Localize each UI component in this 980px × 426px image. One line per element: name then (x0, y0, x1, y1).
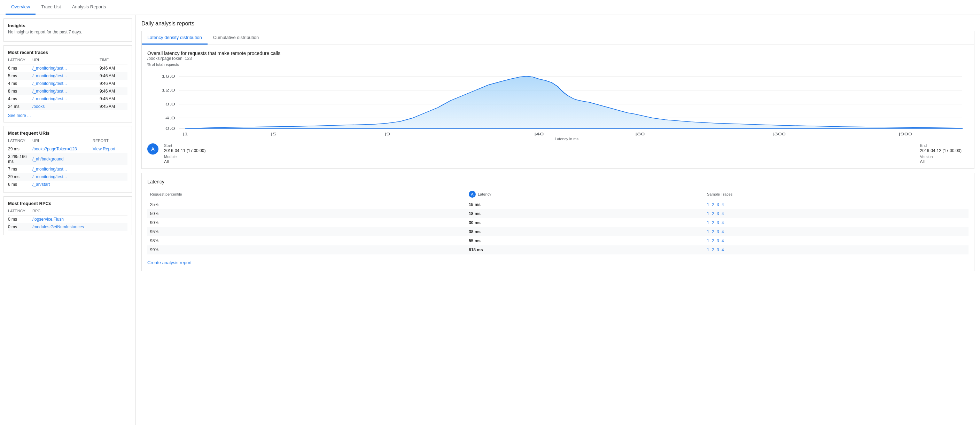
sample-link[interactable]: 4 (722, 202, 724, 207)
uri-link[interactable]: /_monitoring/test... (32, 81, 67, 86)
time-cell: 9:46 AM (100, 87, 127, 95)
latency-value-cell: 18 ms (466, 209, 704, 218)
frequent-uris-table: LATENCY URI REPORT 29 ms /books?pageToke… (8, 137, 127, 188)
percentile-cell: 98% (147, 236, 466, 245)
svg-text:|300: |300 (772, 132, 786, 136)
sample-link[interactable]: 4 (722, 238, 724, 243)
table-row: 3,285,166 ms /_ah/background (8, 153, 127, 165)
latency-cell: 29 ms (8, 145, 32, 153)
sample-link[interactable]: 2 (712, 220, 714, 225)
latency-value-cell: 38 ms (466, 227, 704, 236)
chart-header: Overall latency for requests that make r… (142, 45, 974, 69)
nav-trace-list[interactable]: Trace List (35, 0, 67, 14)
uri-link[interactable]: /books (32, 104, 45, 109)
uri-link[interactable]: /_ah/start (32, 182, 50, 187)
end-label: End (920, 143, 961, 148)
sample-link[interactable]: 2 (712, 202, 714, 207)
table-row: 90% 30 ms 1 2 3 4 (147, 218, 969, 227)
uri-link[interactable]: /_monitoring/test... (32, 96, 67, 101)
sample-link[interactable]: 1 (707, 220, 710, 225)
uri-link[interactable]: /_monitoring/test... (32, 167, 67, 172)
col-report-header: REPORT (93, 137, 127, 145)
latency-value-cell: 618 ms (466, 245, 704, 254)
sample-link[interactable]: 1 (707, 248, 710, 252)
rpc-link[interactable]: /modules.GetNumInstances (32, 224, 84, 229)
percentile-cell: 50% (147, 209, 466, 218)
uri-cell: /_monitoring/test... (32, 80, 100, 87)
uri-cell: /_monitoring/test... (32, 64, 100, 72)
col-latency-header2: LATENCY (8, 137, 32, 145)
tab-cumulative[interactable]: Cumulative distribution (208, 31, 265, 45)
sample-link[interactable]: 3 (717, 229, 719, 234)
time-cell: 9:45 AM (100, 103, 127, 110)
sample-link[interactable]: 4 (722, 248, 724, 252)
table-row: 29 ms /books?pageToken=123 View Report (8, 145, 127, 153)
info-right: End 2016-04-12 (17:00:00) Version All (920, 143, 969, 164)
time-cell: 9:46 AM (100, 80, 127, 87)
uri-link[interactable]: /_monitoring/test... (32, 73, 67, 78)
uri-link[interactable]: /_ah/background (32, 157, 64, 162)
col-latency-header3: LATENCY (8, 207, 32, 215)
table-row: 8 ms /_monitoring/test... 9:46 AM (8, 87, 127, 95)
sample-link[interactable]: 1 (707, 229, 710, 234)
uri-cell: /_monitoring/test... (32, 173, 93, 181)
most-frequent-rpcs-title: Most frequent RPCs (8, 201, 127, 206)
see-more-link[interactable]: See more ... (8, 113, 31, 118)
col-time-header: TIME (100, 56, 127, 64)
latency-cell: 4 ms (8, 80, 32, 87)
sample-link[interactable]: 3 (717, 211, 719, 216)
tab-latency-density[interactable]: Latency density distribution (142, 31, 208, 45)
info-left: Start 2016-04-11 (17:00:00) Module All (164, 143, 205, 164)
sample-link[interactable]: 4 (722, 211, 724, 216)
nav-overview[interactable]: Overview (6, 0, 35, 14)
latency-cell: 4 ms (8, 95, 32, 103)
sample-link[interactable]: 1 (707, 211, 710, 216)
sample-link[interactable]: 2 (712, 238, 714, 243)
latency-cell: 5 ms (8, 72, 32, 80)
rpc-link[interactable]: /logservice.Flush (32, 217, 64, 222)
x-axis-label: Latency in ms (147, 135, 969, 144)
sample-link[interactable]: 1 (707, 238, 710, 243)
sample-link[interactable]: 4 (722, 229, 724, 234)
sample-link[interactable]: 4 (722, 220, 724, 225)
table-row: 6 ms /_ah/start (8, 181, 127, 188)
col-uri-header: URI (32, 56, 100, 64)
time-cell: 9:46 AM (100, 64, 127, 72)
time-cell: 9:46 AM (100, 72, 127, 80)
sample-link[interactable]: 2 (712, 211, 714, 216)
view-report-link[interactable]: View Report (93, 146, 115, 151)
daily-analysis-title: Daily analysis reports (142, 21, 974, 27)
table-row: 99% 618 ms 1 2 3 4 (147, 245, 969, 254)
table-row: 6 ms /_monitoring/test... 9:46 AM (8, 64, 127, 72)
uri-link[interactable]: /books?pageToken=123 (32, 146, 77, 151)
samples-col-header: Sample Traces (704, 189, 969, 200)
sample-link[interactable]: 2 (712, 229, 714, 234)
percentile-cell: 99% (147, 245, 466, 254)
table-row: 29 ms /_monitoring/test... (8, 173, 127, 181)
sample-link[interactable]: 3 (717, 248, 719, 252)
table-row: 98% 55 ms 1 2 3 4 (147, 236, 969, 245)
uri-cell: /books (32, 103, 100, 110)
uri-link[interactable]: /_monitoring/test... (32, 89, 67, 94)
nav-analysis-reports[interactable]: Analysis Reports (67, 0, 112, 14)
table-row: 95% 38 ms 1 2 3 4 (147, 227, 969, 236)
insights-body: No insights to report for the past 7 day… (8, 30, 127, 35)
uri-cell: /_monitoring/test... (32, 95, 100, 103)
sample-link[interactable]: 3 (717, 238, 719, 243)
svg-text:|1: |1 (183, 132, 188, 136)
most-frequent-uris-section: Most frequent URIs LATENCY URI REPORT 29… (3, 126, 132, 193)
sample-link[interactable]: 2 (712, 248, 714, 252)
sample-link[interactable]: 1 (707, 202, 710, 207)
module-value: All (164, 159, 205, 164)
sample-link[interactable]: 3 (717, 202, 719, 207)
uri-link[interactable]: /_monitoring/test... (32, 66, 67, 71)
create-analysis-link[interactable]: Create analysis report (147, 260, 191, 265)
most-recent-traces-title: Most recent traces (8, 50, 127, 55)
recent-traces-table: LATENCY URI TIME 6 ms /_monitoring/test.… (8, 56, 127, 110)
sample-link[interactable]: 3 (717, 220, 719, 225)
uri-link[interactable]: /_monitoring/test... (32, 174, 67, 179)
latency-table: Request percentile A Latency Sample Trac… (147, 189, 969, 254)
svg-text:|900: |900 (899, 132, 912, 136)
info-end: End 2016-04-12 (17:00:00) Version All (920, 143, 961, 164)
svg-text:|40: |40 (534, 132, 544, 136)
